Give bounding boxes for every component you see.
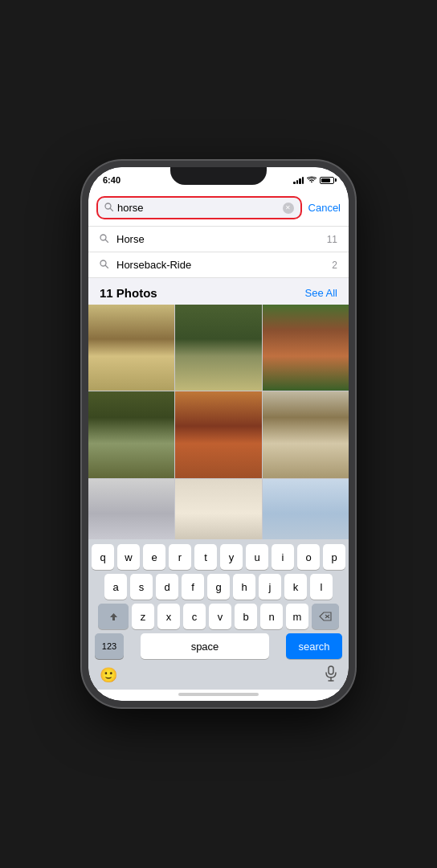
photo-cell-7[interactable] (88, 479, 174, 539)
suggestion-horseback[interactable]: Horseback-Ride 2 (88, 252, 349, 278)
svg-point-0 (311, 181, 312, 182)
photo-cell-2[interactable] (175, 305, 261, 391)
key-d[interactable]: d (156, 574, 178, 600)
svg-point-5 (100, 260, 106, 266)
suggestion-horse-label: Horse (116, 233, 327, 245)
status-time: 6:40 (103, 175, 120, 185)
see-all-button[interactable]: See All (305, 287, 337, 299)
photo-cell-3[interactable] (263, 305, 349, 391)
key-a[interactable]: a (104, 574, 127, 600)
key-123[interactable]: 123 (95, 633, 124, 659)
notch (170, 167, 267, 185)
key-x[interactable]: x (157, 604, 180, 629)
home-indicator (88, 690, 349, 701)
key-u[interactable]: u (246, 544, 268, 570)
key-j[interactable]: j (259, 574, 281, 600)
photos-grid (88, 305, 349, 539)
key-y[interactable]: y (220, 544, 243, 570)
phone-screen: 6:40 (88, 167, 349, 701)
svg-rect-9 (329, 666, 333, 674)
key-v[interactable]: v (209, 604, 231, 629)
key-c[interactable]: c (183, 604, 206, 629)
key-g[interactable]: g (207, 574, 230, 600)
photo-cell-5[interactable] (175, 391, 261, 477)
delete-key[interactable] (312, 604, 339, 629)
photos-title: 11 Photos (100, 286, 157, 300)
search-icon (104, 203, 113, 213)
keyboard-bottom-row: 123 space search (90, 633, 347, 659)
key-k[interactable]: k (284, 574, 307, 600)
key-b[interactable]: b (235, 604, 257, 629)
phone-frame: 6:40 (82, 161, 355, 707)
search-suggestion-icon-2 (100, 260, 108, 270)
emoji-mic-row: 🙂 (88, 662, 349, 690)
suggestion-horseback-count: 2 (332, 260, 337, 271)
svg-line-2 (111, 209, 113, 211)
suggestion-horse-count: 11 (327, 234, 337, 245)
space-key[interactable]: space (141, 633, 269, 659)
shift-key[interactable] (98, 604, 129, 629)
search-suggestion-icon-1 (100, 234, 108, 244)
photo-cell-1[interactable] (88, 305, 174, 391)
mic-button[interactable] (325, 665, 337, 685)
key-m[interactable]: m (286, 604, 308, 629)
keyboard-row-2: a s d f g h j k l (90, 574, 347, 600)
key-n[interactable]: n (260, 604, 283, 629)
key-l[interactable]: l (310, 574, 333, 600)
search-bar-container: horse ✕ (96, 196, 302, 219)
key-i[interactable]: i (272, 544, 294, 570)
key-q[interactable]: q (92, 544, 114, 570)
cancel-button[interactable]: Cancel (308, 202, 341, 214)
key-s[interactable]: s (130, 574, 153, 600)
key-z[interactable]: z (132, 604, 154, 629)
wifi-icon (307, 176, 317, 185)
clear-search-button[interactable]: ✕ (283, 203, 294, 214)
search-input[interactable]: horse (117, 202, 283, 214)
emoji-button[interactable]: 🙂 (100, 666, 117, 684)
key-h[interactable]: h (233, 574, 255, 600)
photos-header: 11 Photos See All (88, 278, 349, 305)
keyboard: q w e r t y u i o p a s d f g h j k (88, 539, 349, 662)
key-o[interactable]: o (297, 544, 320, 570)
keyboard-row-3: z x c v b n m (90, 604, 347, 629)
svg-line-6 (106, 266, 108, 268)
search-area: horse ✕ Cancel (88, 190, 349, 227)
key-p[interactable]: p (323, 544, 345, 570)
photo-cell-4[interactable] (88, 391, 174, 477)
battery-icon (320, 177, 334, 184)
svg-point-1 (105, 203, 111, 209)
key-w[interactable]: w (117, 544, 140, 570)
keyboard-row-1: q w e r t y u i o p (90, 544, 347, 570)
key-t[interactable]: t (194, 544, 217, 570)
photo-cell-9[interactable] (263, 479, 349, 539)
key-e[interactable]: e (143, 544, 165, 570)
photos-section: 11 Photos See All (88, 278, 349, 539)
key-r[interactable]: r (169, 544, 191, 570)
suggestions-list: Horse 11 Horseback-Ride 2 (88, 227, 349, 278)
key-f[interactable]: f (182, 574, 204, 600)
search-key[interactable]: search (286, 633, 342, 659)
suggestion-horse[interactable]: Horse 11 (88, 227, 349, 252)
home-bar (178, 693, 259, 696)
photo-cell-8[interactable] (175, 479, 261, 539)
svg-line-4 (106, 240, 108, 243)
signal-icon (293, 177, 304, 184)
suggestion-horseback-label: Horseback-Ride (116, 259, 332, 271)
photo-cell-6[interactable] (263, 391, 349, 477)
status-icons (293, 176, 334, 185)
svg-point-3 (100, 235, 106, 240)
